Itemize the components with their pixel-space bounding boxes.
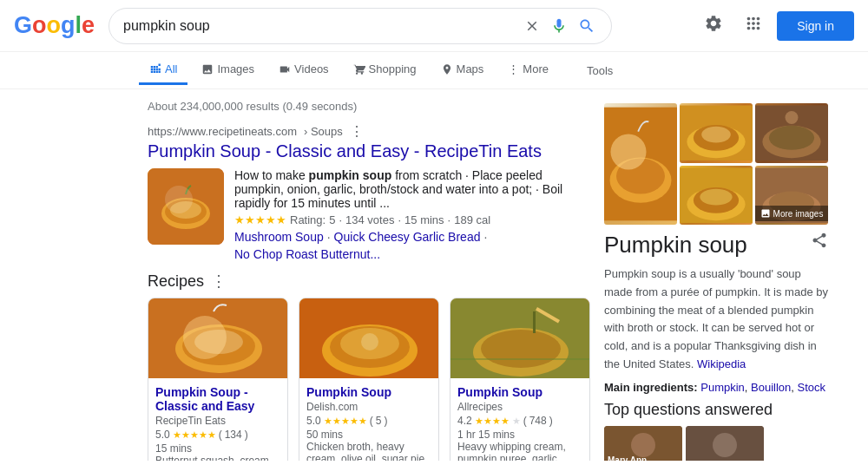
settings-icon[interactable] xyxy=(697,7,730,44)
recipe-time-2: 50 mins xyxy=(306,429,431,441)
tab-images-label: Images xyxy=(217,62,254,75)
svg-point-32 xyxy=(786,111,799,124)
kp-avatar-1-label: Mary Ann Esposito xyxy=(608,455,682,461)
knowledge-panel: More images Pumpkin soup Pumpkin soup is… xyxy=(590,96,842,461)
calories: 189 cal xyxy=(454,213,490,226)
recipes-header: Recipes ⋮ xyxy=(148,272,590,291)
recipe-rating-val-1: 5.0 xyxy=(155,429,170,441)
kp-ingredients: Main ingredients: Pumpkin, Bouillon, Sto… xyxy=(604,381,828,394)
time-sep: · xyxy=(398,213,401,226)
recipe-info-2: Pumpkin Soup Delish.com 5.0 ★★★★★ (5) 50… xyxy=(299,378,438,461)
tools-button[interactable]: Tools xyxy=(576,57,623,84)
google-logo: Google xyxy=(14,12,95,39)
sep2: · xyxy=(483,230,487,244)
main-content: About 234,000,000 results (0.49 seconds)… xyxy=(0,89,868,465)
tab-shopping[interactable]: Shopping xyxy=(343,56,427,85)
kp-share-button[interactable] xyxy=(811,232,828,253)
svg-point-31 xyxy=(769,126,814,150)
recipe-rating-1: 5.0 ★★★★★ (134) xyxy=(155,429,280,441)
tab-maps[interactable]: Maps xyxy=(431,56,495,85)
result-desc-start: How to make xyxy=(234,168,309,182)
recipe-card-2[interactable]: Pumpkin Soup Delish.com 5.0 ★★★★★ (5) 50… xyxy=(299,298,439,461)
more-images-label: More images xyxy=(773,209,824,219)
star-icons: ★★★★★ xyxy=(234,213,286,226)
recipe-time-1: 15 mins xyxy=(155,442,280,455)
tab-videos[interactable]: Videos xyxy=(268,56,339,85)
sign-in-button[interactable]: Sign in xyxy=(777,11,854,41)
related-links: Mushroom Soup · Quick Cheesy Garlic Brea… xyxy=(234,230,590,261)
tab-more-label: More xyxy=(523,62,549,75)
votes: 134 votes xyxy=(345,213,394,226)
result-menu-button[interactable]: ⋮ xyxy=(350,123,364,140)
svg-point-28 xyxy=(701,127,731,143)
result-title[interactable]: Pumpkin Soup - Classic and Easy - Recipe… xyxy=(148,141,590,161)
recipe-info-3: Pumpkin Soup Allrecipes 4.2 ★★★★★ (748) … xyxy=(450,378,589,461)
related-link-roast-butternut[interactable]: No Chop Roast Butternut... xyxy=(234,247,380,261)
related-link-cheesy-bread[interactable]: Quick Cheesy Garlic Bread xyxy=(334,230,481,244)
kp-ingredient-bouillon[interactable]: Bouillon xyxy=(751,381,791,394)
recipe-img-2 xyxy=(299,298,438,378)
search-icons xyxy=(523,16,597,36)
apps-icon[interactable] xyxy=(737,7,770,44)
recipe-stars-1: ★★★★★ xyxy=(173,429,216,441)
recipe-name-2: Pumpkin Soup xyxy=(306,385,431,399)
kp-image-5[interactable]: More images xyxy=(755,166,828,226)
kp-avatar-1[interactable]: Mary Ann Esposito xyxy=(604,426,682,461)
svg-point-9 xyxy=(194,330,243,354)
kp-avatar-2[interactable]: Mary Ann xyxy=(686,426,764,461)
recipe-rating-val-2: 5.0 xyxy=(306,415,321,427)
kp-title-row: Pumpkin soup xyxy=(604,232,828,265)
recipe-name-3: Pumpkin Soup xyxy=(457,385,582,399)
nav-tabs: All Images Videos Shopping Maps ⋮ More T… xyxy=(0,52,868,89)
result-desc-bold: pumpkin soup xyxy=(309,168,392,182)
recipe-star-empty-3: ★ xyxy=(512,416,521,427)
recipe-card-1[interactable]: Pumpkin Soup - Classic and Easy RecipeTi… xyxy=(148,298,288,461)
left-panel: About 234,000,000 results (0.49 seconds)… xyxy=(0,96,590,461)
header-right: Sign in xyxy=(697,7,854,44)
kp-ingredient-pumpkin[interactable]: Pumpkin xyxy=(700,381,745,394)
result-description: How to make pumpkin soup from scratch · … xyxy=(234,168,590,261)
search-bar-container xyxy=(108,8,612,44)
recipe-time-3: 1 hr 15 mins xyxy=(457,429,582,441)
kp-image-2[interactable] xyxy=(680,103,753,163)
result-url: https://www.recipetineats.com › Soups ⋮ xyxy=(148,123,590,140)
recipe-img-1 xyxy=(148,298,287,378)
recipe-reviews-2: 5 xyxy=(376,415,382,427)
kp-image-3[interactable] xyxy=(755,103,828,163)
rating-sep: · xyxy=(339,213,342,226)
results-info: About 234,000,000 results (0.49 seconds) xyxy=(148,100,590,113)
recipe-tags-2: Chicken broth, heavy cream, olive oil, s… xyxy=(306,441,431,461)
kp-image-4[interactable] xyxy=(680,166,753,226)
related-link-mushroom-soup[interactable]: Mushroom Soup xyxy=(234,230,324,244)
kp-images: More images xyxy=(604,103,828,225)
kp-description: Pumpkin soup is a usually 'bound' soup m… xyxy=(604,265,828,374)
result-url-domain: https://www.recipetineats.com xyxy=(148,125,297,138)
recipes-row: Pumpkin Soup - Classic and Easy RecipeTi… xyxy=(148,298,590,461)
kp-avatars: Mary Ann Esposito Mary Ann xyxy=(604,426,828,461)
time: 15 mins xyxy=(404,213,444,226)
cal-sep: · xyxy=(448,213,451,226)
more-images-button[interactable]: More images xyxy=(755,206,828,221)
tab-videos-label: Videos xyxy=(294,62,329,75)
search-bar xyxy=(108,8,612,44)
kp-wikipedia-link[interactable]: Wikipedia xyxy=(697,357,746,370)
recipes-menu-button[interactable]: ⋮ xyxy=(211,272,227,291)
voice-search-button[interactable] xyxy=(549,16,569,36)
kp-image-1[interactable] xyxy=(604,103,677,225)
rating-value: 5 xyxy=(329,213,335,226)
kp-ingredient-stock[interactable]: Stock xyxy=(798,381,826,394)
tab-images[interactable]: Images xyxy=(191,56,265,85)
tab-all[interactable]: All xyxy=(139,56,187,85)
recipe-img-3 xyxy=(450,298,589,378)
recipes-title: Recipes xyxy=(148,272,204,291)
header: Google Sign in xyxy=(0,0,868,52)
tab-more[interactable]: ⋮ More xyxy=(497,56,559,85)
svg-point-17 xyxy=(481,330,561,368)
recipe-reviews-3: 748 xyxy=(529,415,547,427)
recipe-card-3[interactable]: Pumpkin Soup Allrecipes 4.2 ★★★★★ (748) … xyxy=(450,298,590,461)
search-input[interactable] xyxy=(123,18,516,34)
recipe-tags-3: Heavy whipping cream, pumpkin puree, gar… xyxy=(457,441,582,461)
recipe-rating-3: 4.2 ★★★★★ (748) xyxy=(457,415,582,427)
clear-search-button[interactable] xyxy=(523,16,542,36)
search-button[interactable] xyxy=(576,16,597,36)
